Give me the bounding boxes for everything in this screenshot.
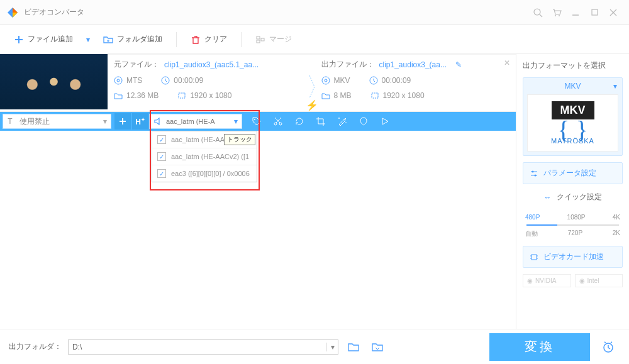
- src-format: MTS: [126, 76, 142, 85]
- dropdown-caret-icon[interactable]: ▾: [83, 35, 93, 44]
- chevron-down-icon: ▾: [99, 117, 111, 126]
- lightning-icon: ⚡: [306, 99, 318, 111]
- close-icon[interactable]: [604, 3, 623, 22]
- quality-slider[interactable]: 480P 1080P 4K 自動 720P 2K: [523, 210, 623, 240]
- crop-icon[interactable]: [310, 112, 331, 131]
- speaker-icon: [153, 117, 162, 126]
- audio-track-option[interactable]: ✓ eac3 ([6][0][0][0] / 0x0006: [152, 165, 257, 182]
- chip-icon: [530, 253, 538, 262]
- resolution-icon: [370, 91, 379, 100]
- out-format: MKV: [334, 76, 350, 85]
- svg-rect-14: [261, 38, 264, 41]
- svg-point-32: [532, 170, 534, 172]
- svg-point-0: [534, 9, 540, 15]
- svg-rect-5: [592, 9, 598, 15]
- output-folder-input[interactable]: ▾: [68, 339, 338, 355]
- intel-label: Intel: [587, 277, 599, 284]
- convert-button[interactable]: 変換: [489, 333, 590, 361]
- play-icon[interactable]: [374, 112, 396, 131]
- arrow-divider: ⚡: [303, 59, 321, 111]
- svg-rect-22: [372, 93, 378, 98]
- titlebar: ビデオコンバータ: [0, 0, 629, 25]
- add-folder-label: フォルダ追加: [117, 34, 162, 45]
- quality-tick-label: 1080P: [567, 214, 586, 221]
- subtitle-select[interactable]: T 使用禁止 ▾: [3, 114, 111, 129]
- svg-rect-12: [257, 36, 260, 39]
- quality-tick-label: 4K: [613, 214, 620, 221]
- subtitle-settings-button[interactable]: H✦: [132, 113, 148, 130]
- rotate-icon[interactable]: [289, 112, 310, 131]
- output-folder-field[interactable]: [69, 343, 326, 351]
- svg-point-3: [559, 15, 560, 16]
- subtitle-value: 使用禁止: [17, 116, 99, 127]
- svg-point-28: [338, 118, 340, 119]
- svg-point-29: [345, 122, 347, 123]
- tag-icon[interactable]: [246, 112, 267, 131]
- checkbox-icon[interactable]: ✓: [157, 152, 166, 161]
- search-icon[interactable]: [528, 3, 547, 22]
- svg-rect-18: [179, 93, 185, 98]
- quick-settings-label: クイック設定: [557, 192, 602, 202]
- svg-point-2: [555, 15, 556, 16]
- quality-tick-label: 2K: [613, 229, 620, 238]
- disc-icon: [114, 76, 123, 85]
- file-row: ✕ 元ファイル： clip1_audiox3_(aac5.1_aa... MTS…: [0, 54, 516, 112]
- audio-track-option[interactable]: ✓ aac_latm (HE-AACv2) ([1: [152, 148, 257, 165]
- output-folder-label: 出力フォルダ：: [9, 341, 62, 352]
- out-file-label: 出力ファイル：: [321, 59, 374, 70]
- resolution-icon: [177, 91, 186, 100]
- add-file-button[interactable]: ファイル追加: [9, 30, 78, 48]
- out-res: 1920 x 1080: [383, 91, 425, 100]
- open-folder-icon[interactable]: [369, 339, 386, 355]
- plus-icon: [14, 35, 24, 45]
- checkbox-icon[interactable]: ✓: [157, 135, 166, 144]
- parameter-settings-button[interactable]: パラメータ設定: [523, 162, 623, 184]
- add-subtitle-button[interactable]: [114, 113, 131, 130]
- minimize-icon[interactable]: [566, 3, 585, 22]
- schedule-icon[interactable]: [596, 340, 620, 354]
- action-bar: T 使用禁止 ▾ H✦ aac_latm (HE-A ▾: [0, 112, 516, 131]
- convert-label: 変換: [525, 338, 555, 355]
- clear-label: クリア: [204, 34, 227, 45]
- add-folder-button[interactable]: フォルダ追加: [98, 30, 167, 48]
- nvidia-label: NVIDIA: [535, 277, 556, 284]
- audio-track-dropdown: トラック ✓ aac_latm (HE-AAC) ([1 ✓ aac_latm …: [152, 131, 257, 182]
- chevron-down-icon: ▾: [613, 82, 617, 91]
- svg-line-1: [540, 14, 542, 17]
- thumbnail[interactable]: [0, 54, 108, 109]
- format-name: MKV: [564, 82, 581, 91]
- intel-badge: ◉ Intel: [575, 274, 623, 287]
- checkbox-icon[interactable]: ✓: [157, 169, 166, 178]
- intel-icon: ◉: [579, 277, 585, 284]
- gpu-accel-button[interactable]: ビデオカード加速: [523, 246, 623, 268]
- clear-button[interactable]: クリア: [186, 30, 232, 48]
- nvidia-icon: ◉: [527, 277, 533, 284]
- browse-folder-icon[interactable]: [345, 339, 362, 355]
- format-selector[interactable]: MKV ▾ MKV { } MATRÖSKA: [523, 77, 623, 156]
- trash-icon: [191, 35, 201, 45]
- svg-rect-34: [532, 255, 537, 260]
- svg-rect-13: [257, 40, 260, 43]
- clock-icon: [369, 76, 378, 85]
- effects-icon[interactable]: [331, 112, 353, 131]
- quick-settings-label-row: ↔ クイック設定: [523, 190, 623, 204]
- parameter-settings-label: パラメータ設定: [543, 168, 596, 179]
- watermark-icon[interactable]: [353, 112, 374, 131]
- cut-icon[interactable]: [267, 112, 289, 131]
- cart-icon[interactable]: [547, 3, 566, 22]
- disc-icon: [321, 76, 330, 85]
- remove-file-icon[interactable]: ✕: [502, 58, 512, 68]
- pencil-icon[interactable]: ✎: [455, 60, 462, 69]
- svg-point-20: [325, 79, 327, 82]
- chevron-down-icon[interactable]: ▾: [326, 343, 338, 351]
- bottom-bar: 出力フォルダ： ▾ 変換: [0, 329, 629, 364]
- svg-point-26: [274, 123, 277, 125]
- svg-point-16: [117, 79, 120, 82]
- folder-plus-icon: [103, 35, 113, 45]
- maximize-icon[interactable]: [585, 3, 604, 22]
- audio-track-select[interactable]: aac_latm (HE-A ▾: [149, 114, 242, 129]
- folder-icon: [114, 91, 123, 100]
- src-size: 12.36 MB: [126, 91, 159, 100]
- add-file-label: ファイル追加: [28, 34, 73, 45]
- merge-label: マージ: [269, 34, 292, 45]
